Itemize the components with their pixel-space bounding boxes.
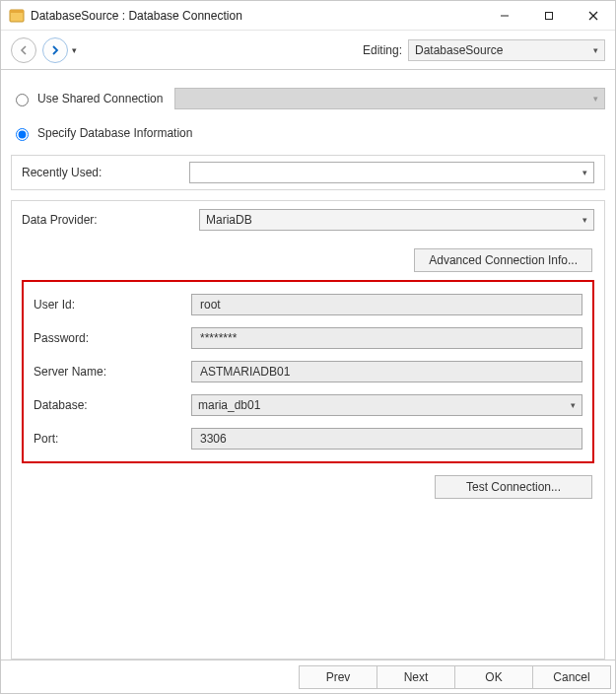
password-label: Password:	[34, 331, 191, 345]
nav-bar: ▾ Editing: DatabaseSource ▾	[1, 31, 615, 70]
server-name-field[interactable]	[191, 361, 582, 382]
use-shared-connection-label: Use Shared Connection	[37, 92, 163, 105]
app-icon	[9, 8, 25, 24]
server-name-row: Server Name:	[24, 355, 592, 388]
editing-combo[interactable]: DatabaseSource ▾	[408, 39, 605, 61]
port-input[interactable]	[198, 431, 576, 447]
prev-button[interactable]: Prev	[299, 665, 377, 689]
forward-button[interactable]	[42, 37, 68, 63]
user-id-row: User Id:	[24, 288, 592, 321]
database-row: Database: maria_db01 ▾	[24, 388, 592, 422]
test-connection-button[interactable]: Test Connection...	[435, 475, 592, 499]
database-value: maria_db01	[198, 398, 260, 412]
window-controls	[482, 1, 615, 30]
editing-label: Editing:	[363, 43, 402, 57]
connection-fields-group: User Id: Password:	[22, 280, 594, 463]
port-row: Port:	[24, 422, 592, 455]
data-provider-label: Data Provider:	[22, 213, 199, 227]
use-shared-connection-radio[interactable]: Use Shared Connection	[11, 91, 163, 106]
window-title: DatabaseSource : Database Connection	[31, 9, 482, 23]
password-input[interactable]	[198, 330, 576, 346]
recently-used-section: Recently Used: ▾	[11, 155, 605, 190]
data-provider-value: MariaDB	[206, 213, 252, 227]
forward-dropdown-icon[interactable]: ▾	[72, 45, 77, 55]
editing-value: DatabaseSource	[415, 43, 503, 57]
database-label: Database:	[34, 398, 191, 412]
port-label: Port:	[34, 432, 191, 446]
specify-db-row: Specify Database Information	[11, 125, 605, 141]
chevron-down-icon: ▾	[582, 215, 587, 225]
svg-rect-1	[10, 10, 24, 13]
back-button[interactable]	[11, 37, 36, 63]
server-name-input[interactable]	[198, 364, 576, 380]
chevron-down-icon: ▾	[593, 94, 598, 104]
recently-used-combo[interactable]: ▾	[189, 162, 594, 183]
specify-db-radio[interactable]: Specify Database Information	[11, 125, 192, 141]
user-id-input[interactable]	[198, 297, 576, 312]
database-combo[interactable]: maria_db01 ▾	[191, 394, 582, 416]
minimize-button[interactable]	[482, 1, 526, 30]
shared-connection-row: Use Shared Connection ▾	[11, 88, 605, 109]
recently-used-label: Recently Used:	[22, 166, 189, 179]
user-id-field[interactable]	[191, 294, 582, 315]
password-field[interactable]	[191, 327, 582, 349]
user-id-label: User Id:	[34, 298, 191, 312]
titlebar: DatabaseSource : Database Connection	[1, 1, 615, 31]
use-shared-connection-radio-input[interactable]	[16, 94, 29, 106]
next-button[interactable]: Next	[376, 665, 455, 689]
close-button[interactable]	[571, 1, 615, 30]
dialog-body: Use Shared Connection ▾ Specify Database…	[1, 70, 615, 659]
advanced-connection-info-button[interactable]: Advanced Connection Info...	[414, 248, 592, 272]
dialog-window: DatabaseSource : Database Connection ▾ E…	[0, 0, 616, 694]
port-field[interactable]	[191, 428, 582, 450]
cancel-button[interactable]: Cancel	[532, 665, 611, 689]
chevron-down-icon: ▾	[571, 400, 576, 410]
specify-db-label: Specify Database Information	[37, 126, 192, 140]
server-name-label: Server Name:	[34, 365, 191, 379]
dialog-footer: Prev Next OK Cancel	[1, 659, 615, 693]
data-provider-combo[interactable]: MariaDB ▾	[199, 209, 594, 231]
data-provider-section: Data Provider: MariaDB ▾ Advanced Connec…	[11, 200, 605, 659]
shared-connection-combo[interactable]: ▾	[174, 88, 605, 109]
specify-db-radio-input[interactable]	[16, 128, 29, 141]
ok-button[interactable]: OK	[454, 665, 533, 689]
svg-rect-3	[545, 12, 552, 19]
chevron-down-icon: ▾	[593, 45, 598, 55]
editing-wrap: Editing: DatabaseSource ▾	[363, 39, 605, 61]
password-row: Password:	[24, 321, 592, 355]
chevron-down-icon: ▾	[582, 168, 587, 177]
maximize-button[interactable]	[526, 1, 571, 30]
